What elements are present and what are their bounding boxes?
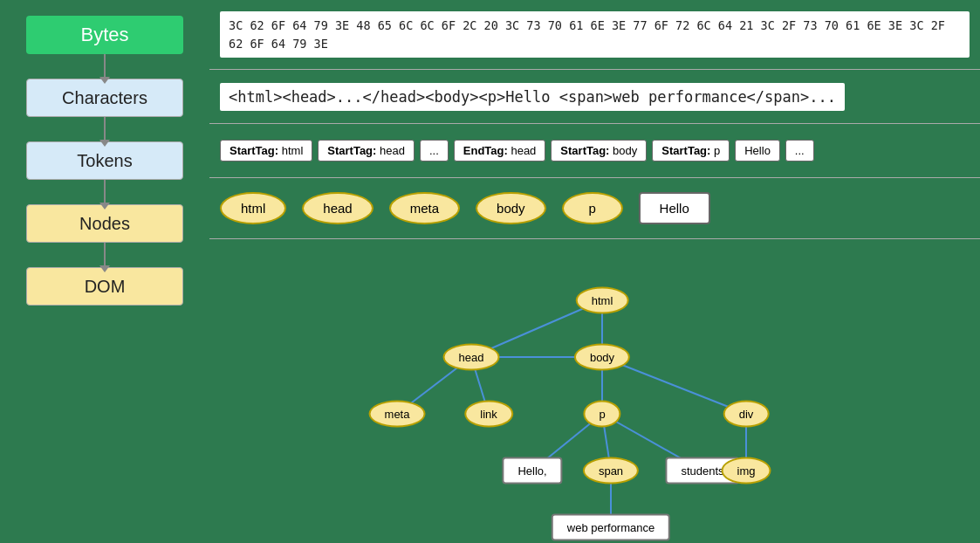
tokens-label: Tokens	[77, 151, 132, 171]
dom-node-webperf: web performance	[552, 514, 670, 541]
node-hello-text: Hello	[639, 192, 710, 224]
content-area: 3C 62 6F 64 79 3E 48 65 6C 6C 6F 2C 20 3…	[209, 0, 980, 543]
token-startbody: StartTag: body	[551, 140, 647, 162]
token-ellipsis2: ...	[785, 140, 814, 162]
bytes-hex: 3C 62 6F 64 79 3E 48 65 6C 6C 6F 2C 20 3…	[220, 11, 970, 58]
token-type-5: StartTag:	[661, 144, 710, 157]
tokens-box: Tokens	[26, 141, 183, 180]
bytes-box: Bytes	[26, 16, 183, 54]
node-head: head	[302, 192, 373, 224]
bytes-label: Bytes	[80, 24, 128, 46]
dom-box: DOM	[26, 267, 183, 306]
token-ellipsis1: ...	[420, 140, 449, 162]
dom-node-link: link	[464, 401, 513, 428]
dom-node-img: img	[722, 457, 771, 485]
token-starthead: StartTag: head	[318, 140, 415, 162]
token-endhead: EndTag: head	[454, 140, 546, 162]
dom-node-p: p	[583, 401, 620, 428]
token-type-2: StartTag:	[327, 144, 376, 157]
tokens-content: StartTag: html StartTag: head ... EndTag…	[220, 140, 814, 162]
token-type-1: StartTag:	[230, 144, 278, 157]
dom-label: DOM	[85, 277, 126, 297]
token-startp: StartTag: p	[652, 140, 730, 162]
node-html: html	[220, 192, 286, 224]
dom-node-hello: Hello,	[502, 457, 562, 485]
arrow-bytes-chars	[104, 54, 106, 79]
arrow-tokens-nodes	[104, 180, 106, 204]
dom-node-div: div	[723, 401, 770, 428]
nodes-content-row: html head meta body p Hello	[209, 178, 980, 239]
token-starthtml: StartTag: html	[220, 140, 312, 162]
dom-node-meta: meta	[369, 401, 426, 428]
dom-node-body: body	[574, 344, 630, 371]
arrow-chars-tokens	[104, 117, 106, 141]
node-meta: meta	[389, 192, 460, 224]
nodes-box: Nodes	[26, 204, 183, 243]
dom-node-span: span	[583, 457, 639, 485]
characters-label: Characters	[62, 88, 147, 108]
node-body: body	[476, 192, 546, 224]
nodes-content: html head meta body p Hello	[220, 192, 710, 224]
node-p: p	[562, 192, 623, 224]
characters-content-row: <html><head>...</head><body><p>Hello <sp…	[209, 70, 980, 124]
token-hello: Hello	[735, 140, 780, 162]
dom-tree: htmlheadbodymetalinkpdivHello,spanstuden…	[209, 239, 980, 543]
main-container: Bytes Characters Tokens Nodes DOM 3C 62 …	[0, 0, 980, 543]
dom-node-head: head	[443, 344, 500, 371]
dom-node-html: html	[576, 287, 629, 314]
bytes-content-row: 3C 62 6F 64 79 3E 48 65 6C 6C 6F 2C 20 3…	[209, 0, 980, 70]
pipeline: Bytes Characters Tokens Nodes DOM	[0, 0, 209, 543]
tree-svg	[209, 239, 980, 543]
token-type-3: EndTag:	[463, 144, 508, 157]
characters-text: <html><head>...</head><body><p>Hello <sp…	[220, 83, 845, 111]
arrow-nodes-dom	[104, 243, 106, 267]
characters-box: Characters	[26, 79, 183, 117]
nodes-label: Nodes	[79, 214, 130, 234]
dom-content-row: htmlheadbodymetalinkpdivHello,spanstuden…	[209, 239, 980, 543]
token-type-4: StartTag:	[560, 144, 609, 157]
tokens-content-row: StartTag: html StartTag: head ... EndTag…	[209, 124, 980, 178]
